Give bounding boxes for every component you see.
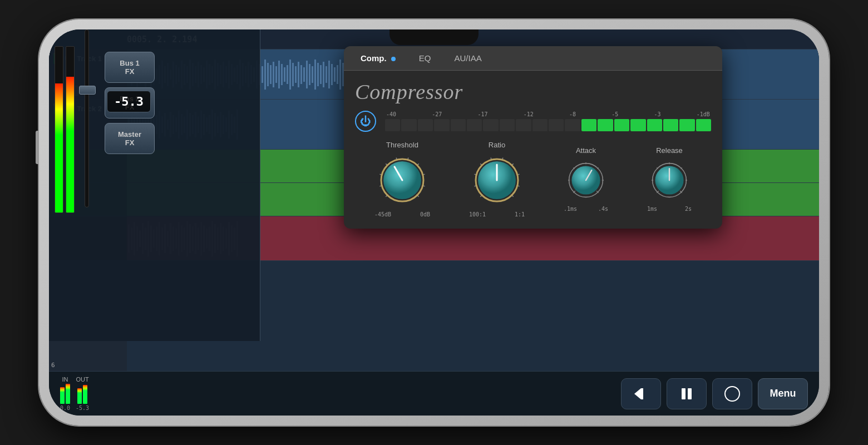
pause-icon — [679, 386, 694, 402]
svg-rect-56 — [281, 64, 283, 85]
tab-comp-label: Comp. — [361, 53, 387, 63]
scale-27: -27 — [432, 111, 442, 117]
master-fx-label: Master — [118, 130, 141, 139]
in-bar-1 — [60, 387, 65, 404]
meter-seg-19 — [679, 119, 694, 131]
meter-seg-5 — [451, 119, 466, 131]
bus1-fx-button[interactable]: Bus 1 FX — [105, 52, 155, 83]
release-min: 1ms — [647, 206, 657, 212]
svg-rect-68 — [314, 60, 316, 90]
transport-out-label: OUT — [76, 376, 88, 383]
meter-seg-9 — [516, 119, 531, 131]
svg-rect-71 — [323, 62, 324, 87]
release-knob[interactable] — [647, 158, 692, 202]
compressor-panel: Comp. EQ AU/IAA Compressor — [344, 46, 722, 229]
rewind-button[interactable] — [621, 378, 661, 409]
meter-seg-13 — [581, 119, 596, 131]
scale-12: -12 — [524, 111, 534, 117]
transport-out-meter: OUT -5.3 — [76, 376, 89, 411]
meter-seg-3 — [418, 119, 433, 131]
transport-bar: IN 0.0 OUT -5.3 — [49, 371, 819, 416]
svg-rect-76 — [337, 65, 338, 84]
svg-rect-65 — [306, 61, 308, 88]
fader-track[interactable] — [85, 50, 89, 207]
phone-shell: 0005. 2. 2.194 0.0 Track 1 — [39, 19, 829, 426]
svg-rect-73 — [328, 61, 330, 88]
transport-in-label: IN — [62, 376, 68, 383]
record-button[interactable] — [712, 378, 752, 409]
meter-seg-1 — [385, 119, 400, 131]
svg-rect-206 — [641, 388, 643, 399]
power-button[interactable]: ⏻ — [355, 111, 376, 132]
svg-rect-59 — [289, 60, 291, 90]
menu-button[interactable]: Menu — [758, 378, 808, 409]
svg-rect-67 — [312, 66, 313, 83]
threshold-labels: -45dB 0dB — [374, 211, 430, 217]
transport-in-meter: IN 0.0 — [60, 376, 70, 411]
release-knob-group: Release — [647, 146, 692, 212]
master-fx-button[interactable]: Master FX — [105, 123, 155, 154]
svg-rect-61 — [295, 66, 297, 83]
meter-seg-4 — [434, 119, 449, 131]
comp-top-row: ⏻ -40 -27 -17 -12 -8 -5 -3 -1d — [355, 111, 711, 132]
comp-tab-dot — [391, 57, 396, 61]
in-meter-bars — [60, 384, 70, 404]
rewind-icon — [633, 386, 649, 402]
in-db-label: 0.0 — [60, 405, 70, 411]
comp-tabs: Comp. EQ AU/IAA — [344, 46, 722, 71]
out-bar-2 — [83, 385, 87, 404]
fader-container: -5.3 — [79, 50, 95, 202]
release-max: 2s — [685, 206, 692, 212]
level-meter: -40 -27 -17 -12 -8 -5 -3 -1dB — [385, 111, 711, 131]
record-circle-icon — [724, 386, 740, 402]
meter-seg-6 — [467, 119, 482, 131]
svg-rect-57 — [284, 67, 285, 82]
fader-value: -5.3 — [107, 91, 151, 112]
svg-rect-62 — [298, 62, 299, 87]
fader-thumb[interactable] — [79, 86, 96, 95]
svg-marker-205 — [634, 388, 641, 399]
ratio-knob[interactable] — [469, 152, 525, 208]
ratio-labels: 100:1 1:1 — [469, 211, 525, 217]
row-label: 6 — [49, 362, 55, 369]
tab-auiaa[interactable]: AU/IAA — [443, 50, 493, 66]
master-fx-sublabel: FX — [125, 139, 135, 147]
vu-meter-left — [55, 50, 63, 213]
svg-rect-74 — [331, 64, 333, 85]
threshold-min: -45dB — [374, 211, 391, 217]
meter-seg-15 — [614, 119, 629, 131]
out-meter-bars — [77, 384, 87, 404]
attack-knob[interactable] — [564, 158, 608, 202]
ratio-label: Ratio — [489, 141, 505, 149]
notch — [389, 29, 479, 45]
svg-rect-49 — [262, 66, 263, 83]
daw-main: 0005. 2. 2.194 0.0 Track 1 — [49, 29, 819, 371]
attack-min: .1ms — [564, 206, 577, 212]
release-labels: 1ms 2s — [647, 206, 692, 212]
svg-rect-52 — [270, 65, 272, 84]
ratio-min: 100:1 — [469, 211, 486, 217]
vu-fill-left — [55, 83, 63, 212]
attack-labels: .1ms .4s — [564, 206, 608, 212]
svg-rect-207 — [682, 388, 685, 399]
mixer-panel: -5.3 Bus 1 FX Bus 2 FX — [49, 50, 260, 341]
tab-eq[interactable]: EQ — [408, 50, 442, 66]
svg-rect-58 — [287, 65, 288, 84]
svg-rect-69 — [317, 63, 319, 86]
meter-scale: -40 -27 -17 -12 -8 -5 -3 -1dB — [385, 111, 711, 117]
out-bar-1 — [77, 388, 82, 404]
svg-rect-50 — [264, 60, 266, 90]
svg-rect-53 — [273, 62, 274, 87]
pause-button[interactable] — [667, 378, 707, 409]
meter-seg-17 — [647, 119, 662, 131]
scale-8: -8 — [569, 111, 576, 117]
comp-body: Compressor ⏻ -40 -27 -17 -12 — [344, 71, 722, 229]
meter-seg-12 — [565, 119, 580, 131]
tab-comp[interactable]: Comp. — [349, 50, 407, 66]
threshold-knob[interactable] — [374, 152, 430, 208]
threshold-max: 0dB — [420, 211, 430, 217]
svg-rect-72 — [326, 66, 327, 83]
side-button[interactable] — [36, 131, 39, 164]
meter-seg-8 — [500, 119, 515, 131]
phone-screen: 0005. 2. 2.194 0.0 Track 1 — [49, 29, 819, 416]
